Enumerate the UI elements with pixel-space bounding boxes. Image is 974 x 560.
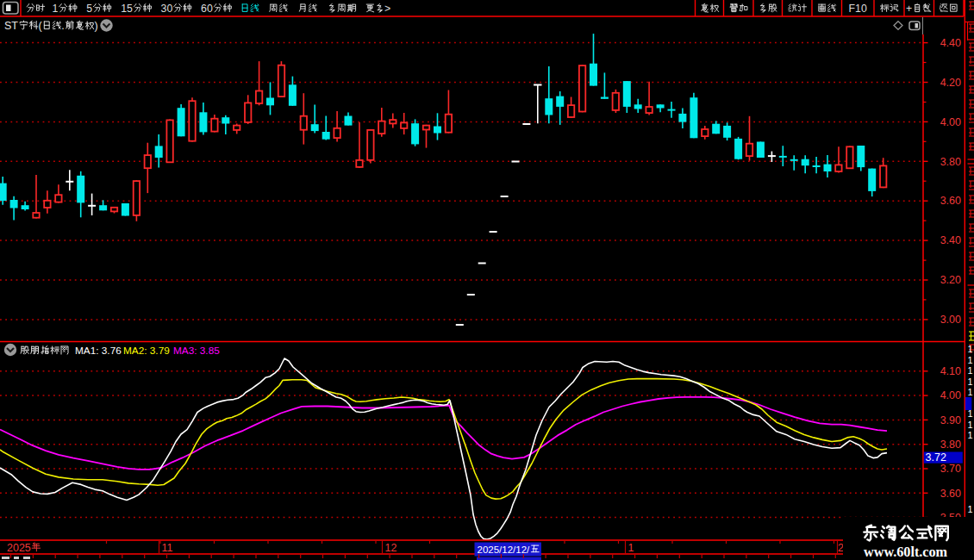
svg-text:1: 1 (628, 542, 634, 554)
svg-text:11: 11 (162, 542, 173, 554)
svg-text:1: 1 (968, 344, 973, 354)
svg-text:1: 1 (53, 3, 59, 15)
svg-text:4.40: 4.40 (940, 37, 961, 49)
svg-text:1: 1 (968, 376, 973, 387)
svg-text:3.80: 3.80 (940, 156, 961, 168)
svg-text:3.00: 3.00 (940, 314, 961, 326)
svg-text:4.00: 4.00 (940, 116, 961, 128)
svg-text:3.60: 3.60 (940, 195, 961, 207)
svg-text:3.70: 3.70 (940, 463, 961, 475)
svg-text:F10: F10 (849, 3, 867, 15)
svg-text:15: 15 (121, 3, 133, 15)
svg-text:.: . (61, 20, 64, 32)
svg-text:30: 30 (161, 3, 173, 15)
svg-text:): ) (95, 20, 98, 32)
svg-text:3.80: 3.80 (940, 439, 961, 451)
svg-text:4.00: 4.00 (940, 389, 961, 401)
svg-text:ST: ST (4, 20, 18, 32)
svg-text:1: 1 (968, 430, 973, 440)
svg-text:3.72: 3.72 (926, 451, 946, 464)
svg-text:4.10: 4.10 (940, 365, 961, 377)
svg-text:2025: 2025 (7, 542, 31, 554)
svg-text:>: > (384, 3, 390, 15)
svg-text:+: + (906, 3, 912, 15)
svg-text:5: 5 (86, 3, 92, 15)
svg-text:2: 2 (838, 542, 844, 554)
svg-text:12: 12 (385, 542, 397, 554)
svg-text:MA1: 3.76: MA1: 3.76 (75, 345, 122, 357)
svg-text:3.40: 3.40 (940, 234, 961, 246)
svg-text:2025/12/12/: 2025/12/12/ (478, 544, 531, 555)
svg-text:60: 60 (201, 3, 213, 15)
svg-text:1: 1 (968, 408, 973, 419)
svg-text:3.60: 3.60 (940, 488, 961, 500)
svg-text:1: 1 (968, 420, 973, 430)
svg-text:1: 1 (968, 504, 973, 514)
svg-text:MA2: 3.79: MA2: 3.79 (123, 345, 170, 357)
svg-text:MA3: 3.85: MA3: 3.85 (173, 345, 220, 357)
svg-text:3.20: 3.20 (940, 274, 961, 286)
svg-text:www.60lt.com: www.60lt.com (864, 544, 948, 560)
svg-text:4.20: 4.20 (940, 77, 961, 89)
svg-text:1: 1 (968, 365, 973, 376)
svg-text:1: 1 (968, 355, 973, 365)
svg-text:3.90: 3.90 (940, 414, 961, 426)
svg-text:1: 1 (968, 387, 973, 397)
